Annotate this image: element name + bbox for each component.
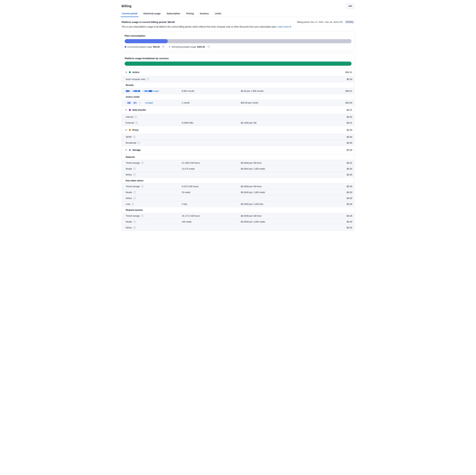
row-quantity: 21.1092 GB-hours — [182, 162, 241, 164]
row-quantity: 16.1712 GB-hours — [182, 215, 241, 217]
row-label: Reads — [126, 191, 132, 194]
row-label-cell: Actor compute units? — [126, 78, 182, 81]
table-row-results: Results — [122, 82, 354, 88]
help-icon[interactable]: ? — [141, 215, 144, 217]
help-icon[interactable]: ? — [133, 191, 136, 194]
legend-label: Consumed prepaid usage — [128, 46, 152, 48]
row-label: Results — [126, 84, 134, 86]
row-label-cell: Reads? — [126, 220, 182, 223]
plan-consumption-card: Plan consumption Consumed prepaid usage$… — [122, 31, 355, 51]
table-row-category-storage[interactable]: Storage$0.08 — [122, 146, 354, 154]
row-label-cell: Timed storage? — [126, 215, 182, 217]
plan-consumption-title: Plan consumption — [125, 34, 352, 37]
help-icon[interactable]: ? — [133, 226, 136, 229]
help-icon[interactable]: ? — [133, 173, 136, 176]
row-label: Key-value stores — [126, 179, 144, 182]
redaction-block — [135, 102, 137, 104]
help-icon[interactable]: ? — [132, 203, 134, 205]
row-quantity: 9,902 results — [182, 90, 241, 92]
help-icon[interactable]: ? — [135, 122, 138, 124]
row-total: $0.01 — [347, 122, 352, 124]
tab-invoices[interactable]: Invoices — [200, 11, 209, 17]
row-label-cell: SERP? — [126, 136, 182, 138]
category-label: Data transfer — [133, 109, 146, 111]
tab-subscription[interactable]: Subscription — [166, 11, 181, 17]
tab-historical-usage[interactable]: Historical usage — [143, 11, 161, 17]
learn-more-link[interactable]: Learn more — [277, 25, 291, 28]
row-unit-price: $0.0450 per 1,000 lists — [241, 203, 347, 205]
row-quantity: 23 reads — [182, 191, 241, 194]
row-quantity: 1 month — [182, 102, 241, 104]
table-row-timed-storage: Timed storage?16.1712 GB-hours$0.0036 pe… — [122, 213, 354, 219]
row-label: Writes — [126, 173, 132, 176]
category-total: $0.00 — [347, 129, 352, 131]
row-label: Residental — [126, 141, 136, 144]
help-icon[interactable]: ? — [134, 116, 137, 118]
row-label: Reads — [126, 168, 132, 170]
row-total: $0.00 — [347, 185, 352, 188]
category-total: $94.51 — [345, 71, 352, 73]
redaction-block — [138, 90, 140, 92]
table-row-category-proxy[interactable]: Proxy$0.00 — [122, 126, 354, 134]
category-label: Proxy — [133, 129, 139, 131]
table-row-scraper: scraper1 month$45.00 per month$45.00 — [122, 100, 354, 106]
row-quantity: 13,475 reads — [182, 168, 241, 170]
row-label-cell: Request queues — [126, 209, 182, 211]
api-button[interactable]: API — [346, 3, 355, 9]
help-icon[interactable]: ? — [133, 136, 136, 138]
help-icon[interactable]: ? — [207, 46, 210, 48]
tab-limits[interactable]: Limits — [214, 11, 222, 17]
tab-pricing[interactable]: Pricing — [186, 11, 194, 17]
help-icon[interactable]: ? — [133, 197, 136, 199]
usage-breakdown-card: Platform usage breakdown by services Act… — [122, 53, 355, 231]
actor-link[interactable]: scraper — [152, 90, 159, 92]
actor-link[interactable]: scraper — [146, 102, 153, 104]
row-total: $0.02 — [347, 162, 352, 164]
help-icon[interactable]: ? — [133, 168, 136, 170]
table-row-category-data-transfer[interactable]: Data transfer$0.01 — [122, 106, 354, 114]
redaction-block — [144, 90, 145, 92]
redaction-block — [132, 102, 134, 104]
table-row-scraper: scraper9,902 results$5.00 per 1,000 resu… — [122, 88, 354, 94]
row-total: $0.06 — [347, 215, 352, 217]
row-label-cell: Lists? — [126, 203, 182, 205]
table-row-writes: Writes?$0.00 — [122, 195, 354, 201]
row-quantity: 0.5270 GB-hours — [182, 185, 241, 188]
table-row-lists: Lists?2 lists$0.0450 per 1,000 lists$0.0… — [122, 201, 354, 207]
category-label: Storage — [133, 149, 141, 151]
help-icon[interactable]: ? — [137, 141, 140, 144]
legend-label: Remaining prepaid usage — [171, 46, 196, 48]
redaction-block — [126, 90, 127, 92]
row-label-cell: scraper — [126, 90, 182, 92]
category-total: $0.01 — [347, 109, 352, 111]
redaction-block — [134, 102, 135, 104]
row-quantity: 0.0366 GBs — [182, 122, 241, 124]
help-icon[interactable]: ? — [141, 185, 144, 188]
row-unit-price: $0.0009 per GB-hour — [241, 185, 347, 188]
redaction-block — [149, 90, 150, 92]
table-row-category-actors[interactable]: Actors$94.51 — [122, 68, 354, 76]
category-dot-icon — [129, 71, 131, 73]
redaction-block — [129, 90, 131, 92]
row-total: $0.00 — [347, 78, 352, 81]
help-icon[interactable]: ? — [147, 78, 149, 81]
category-dot-icon — [129, 129, 131, 131]
usage-breakdown-title: Platform usage breakdown by services — [125, 57, 352, 60]
row-quantity: 2 lists — [182, 203, 241, 205]
row-label: SERP — [126, 136, 132, 138]
table-row-timed-storage: Timed storage?0.5270 GB-hours$0.0009 per… — [122, 183, 354, 189]
tab-current-period[interactable]: Current period — [122, 11, 138, 17]
row-label-cell: Residental? — [126, 141, 182, 144]
billing-period: Billing period: Nov 17, 2023 - Dec 16, 2… — [297, 20, 355, 24]
row-total: $0.00 — [347, 141, 352, 144]
row-label: Internal — [126, 116, 133, 118]
table-row-reads: Reads?140 reads$0.0036 per 1,000 reads$0… — [122, 219, 354, 225]
page-header: Billing API — [122, 0, 355, 9]
help-icon[interactable]: ? — [141, 162, 144, 164]
row-label-cell: Key-value stores — [126, 179, 182, 182]
help-icon[interactable]: ? — [162, 46, 165, 48]
table-row-external: External?0.0366 GBs$0.1900 per GB$0.01 — [122, 120, 354, 126]
usage-heading: Platform usage in current billing period… — [122, 21, 175, 23]
row-label: Lists — [126, 203, 130, 205]
help-icon[interactable]: ? — [133, 220, 136, 223]
